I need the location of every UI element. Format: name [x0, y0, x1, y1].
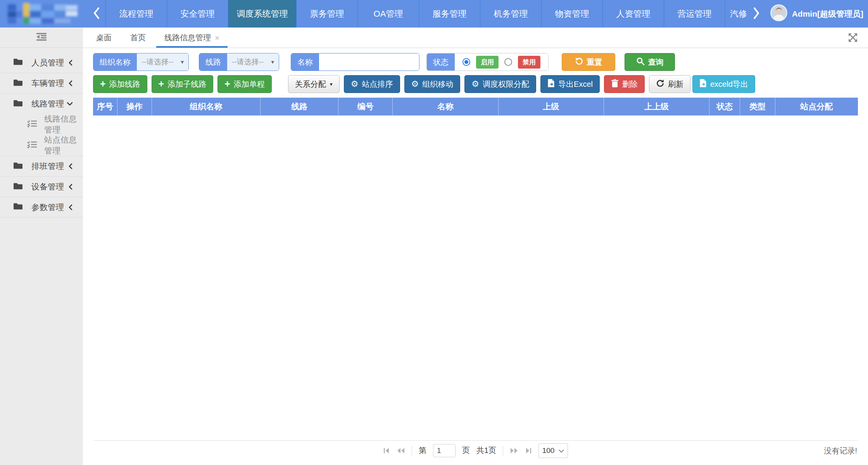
radio-enabled[interactable] [462, 58, 470, 66]
station-sort-button[interactable]: ⚙ 站点排序 [344, 75, 400, 93]
chevron-right-icon [752, 7, 760, 21]
export-excel-button[interactable]: 导出Excel [540, 75, 600, 93]
avatar [770, 4, 787, 23]
org-move-button[interactable]: ⚙ 组织移动 [404, 75, 461, 93]
next-page-button[interactable] [510, 447, 518, 454]
relation-assign-dropdown[interactable]: 关系分配 ▾ [288, 75, 340, 93]
tab-desktop[interactable]: 桌面 [87, 28, 121, 48]
reset-button[interactable]: 重置 [562, 53, 615, 71]
delete-button[interactable]: 删除 [604, 75, 645, 93]
total-pages: 共1页 [476, 445, 496, 456]
nav-item-process[interactable]: 流程管理 [105, 0, 167, 28]
nav-item-vehicle-repair[interactable]: 汽修管理 [725, 0, 747, 28]
gear-icon: ⚙ [411, 80, 419, 88]
nav-item-materials[interactable]: 物资管理 [541, 0, 602, 28]
caret-down-icon: ▾ [271, 59, 274, 65]
status-label: 状态 [427, 53, 455, 71]
sidebar-item-lines[interactable]: 线路管理 [0, 93, 83, 114]
status-filter-group: 状态 启用 禁用 [426, 53, 549, 71]
nav-item-ticketing[interactable]: 票务管理 [296, 0, 357, 28]
refresh-icon [656, 79, 664, 90]
first-page-button[interactable] [383, 447, 390, 454]
chevron-left-icon [68, 80, 73, 86]
divider [412, 446, 412, 456]
page-number-input[interactable] [433, 444, 456, 457]
column-header: 序号 [93, 98, 117, 115]
caret-down-icon: ▾ [181, 59, 184, 65]
chevron-down-icon [559, 446, 564, 455]
search-button[interactable]: 查询 [625, 53, 675, 71]
button-label: 组织移动 [422, 79, 453, 90]
sidebar-item-personnel[interactable]: 人员管理 [0, 52, 83, 73]
action-toolbar: + 添加线路 + 添加子线路 + 添加单程 关系分配 ▾ ⚙ 站点排序 ⚙ 组织… [93, 75, 858, 93]
page-size-select[interactable]: 100 [538, 443, 568, 458]
undo-icon [575, 57, 583, 67]
radio-disabled[interactable] [504, 58, 512, 66]
button-label: 导出Excel [558, 79, 593, 90]
status-badge-enabled[interactable]: 启用 [476, 56, 499, 69]
sidebar-item-label: 参数管理 [31, 202, 68, 213]
sidebar-item-station-info[interactable]: 站点信息管理 [0, 135, 83, 156]
button-label: 刷新 [668, 79, 683, 90]
fullscreen-button[interactable] [848, 33, 858, 44]
nav-scroll-left-button[interactable] [88, 0, 105, 28]
nav-scroll-right-button[interactable] [747, 0, 765, 28]
org-name-label: 组织名称 [93, 53, 137, 71]
name-filter-group: 名称 [291, 53, 419, 71]
column-header: 状态 [709, 98, 740, 115]
status-badge-disabled[interactable]: 禁用 [518, 56, 540, 69]
sidebar-item-scheduling[interactable]: 排班管理 [0, 156, 83, 176]
sidebar-item-label: 设备管理 [31, 181, 68, 192]
nav-item-safety[interactable]: 安全管理 [167, 0, 228, 28]
table-body-empty [93, 115, 858, 440]
table-header-row: 序号 操作 组织名称 线路 编号 名称 上级 上上级 状态 类型 站点分配 [93, 98, 858, 115]
add-one-way-button[interactable]: + 添加单程 [217, 75, 272, 93]
refresh-button[interactable]: 刷新 [649, 75, 690, 93]
nav-item-oa[interactable]: OA管理 [357, 0, 419, 28]
prev-page-button[interactable] [397, 447, 405, 454]
column-header: 名称 [393, 98, 498, 115]
last-page-button[interactable] [525, 447, 532, 454]
tab-label: 桌面 [96, 33, 112, 43]
nav-item-service[interactable]: 服务管理 [419, 0, 480, 28]
search-label: 查询 [648, 57, 664, 67]
add-sub-line-button[interactable]: + 添加子线路 [152, 75, 214, 93]
org-name-select[interactable]: --请选择-- ▾ [137, 53, 188, 71]
nav-item-hr[interactable]: 人资管理 [602, 0, 664, 28]
chevron-down-icon [67, 102, 73, 106]
sidebar-item-parameters[interactable]: 参数管理 [0, 197, 83, 217]
close-icon[interactable]: × [215, 34, 219, 42]
sidebar-item-line-info[interactable]: 线路信息管理 [0, 114, 83, 135]
tab-line-info-management[interactable]: 线路信息管理 × [155, 28, 229, 48]
excel-export-button[interactable]: exceld导出 [692, 75, 755, 93]
search-icon [636, 57, 645, 67]
list-icon [27, 120, 37, 129]
chevron-left-icon [68, 163, 73, 169]
nav-item-dispatch-system[interactable]: 调度系统管理 [228, 0, 296, 28]
sidebar-item-vehicles[interactable]: 车辆管理 [0, 73, 83, 93]
sidebar-collapse-button[interactable] [0, 28, 83, 48]
org-name-filter-group: 组织名称 --请选择-- ▾ [93, 53, 189, 71]
tab-home[interactable]: 首页 [121, 28, 155, 48]
sidebar-item-equipment[interactable]: 设备管理 [0, 176, 83, 197]
name-input[interactable] [319, 53, 419, 71]
user-menu[interactable]: Admin[超级管理员] [770, 0, 868, 28]
folder-icon [13, 79, 23, 88]
reset-label: 重置 [587, 57, 602, 67]
nav-item-machinery[interactable]: 机务管理 [480, 0, 541, 28]
dispatch-permission-button[interactable]: ⚙ 调度权限分配 [464, 75, 536, 93]
plus-icon: + [159, 79, 164, 89]
top-nav: 流程管理 安全管理 调度系统管理 票务管理 OA管理 服务管理 机务管理 物资管… [0, 0, 868, 28]
outdent-icon [36, 32, 47, 43]
add-line-button[interactable]: + 添加线路 [93, 75, 147, 93]
gear-icon: ⚙ [351, 80, 359, 88]
selected-value: --请选择-- [232, 57, 264, 67]
column-header: 类型 [740, 98, 775, 115]
column-header: 站点分配 [775, 98, 858, 115]
line-filter-group: 线路 --请选择-- ▾ [199, 53, 279, 71]
filter-bar: 组织名称 --请选择-- ▾ 线路 --请选择-- ▾ 名称 状态 [93, 53, 858, 71]
sidebar-item-label: 线路信息管理 [44, 114, 83, 135]
nav-item-operations[interactable]: 营运管理 [664, 0, 725, 28]
sidebar-item-label: 人员管理 [31, 57, 68, 68]
line-select[interactable]: --请选择-- ▾ [227, 53, 279, 71]
